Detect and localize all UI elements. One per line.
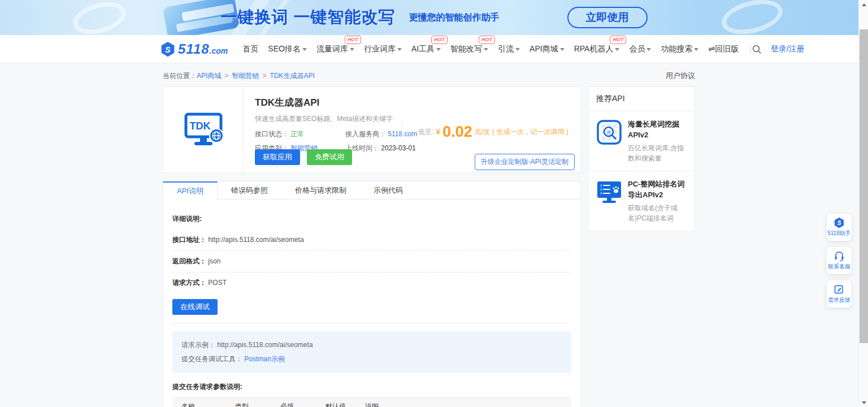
recommended-api-item-ranking-export[interactable]: 123 PC-整网站排名词导出APIv2 获取域名(含子域名)PC端排名词 xyxy=(588,171,695,231)
request-example-box: 请求示例： http://apis.5118.com/ai/seometa 提交… xyxy=(172,331,571,373)
5118-logo-icon: S xyxy=(834,217,845,228)
price-amount: 0.02 xyxy=(442,123,472,141)
hot-badge: HOT xyxy=(345,36,361,44)
postman-example-link[interactable]: Postman示例 xyxy=(244,355,284,363)
get-app-button[interactable]: 获取应用 xyxy=(255,149,300,165)
endpoint-row: 接口地址： http://apis.5118.com/ai/seometa xyxy=(172,230,571,251)
online-debug-button[interactable]: 在线调试 xyxy=(172,299,218,315)
breadcrumb-link-api-store[interactable]: API商城 xyxy=(197,71,221,81)
feedback-edit-icon xyxy=(834,284,845,295)
scrollbar-up-arrow[interactable] xyxy=(859,0,868,9)
tab-sample-code[interactable]: 示例代码 xyxy=(360,181,416,199)
login-register-link[interactable]: 登录/注册 xyxy=(771,44,805,54)
recommended-api-panel: 推荐API 词 词 词 词 词 词 词 词 词 词 xyxy=(588,86,695,231)
request-example-url: http://apis.5118.com/ai/seometa xyxy=(217,341,313,349)
nav-item-seo-ranking[interactable]: SEO排名 xyxy=(268,44,307,54)
tdk-monitor-globe-icon: TDK xyxy=(181,112,225,148)
chevron-down-icon xyxy=(350,48,354,51)
free-trial-button[interactable]: 免费试用 xyxy=(307,149,352,165)
column-header-required: 必填 xyxy=(271,398,316,407)
chevron-down-icon xyxy=(484,48,488,51)
breadcrumb-prefix: 当前位置： xyxy=(163,71,197,81)
nav-item-label: RPA机器人 xyxy=(574,44,614,53)
ranking-monitor-icon: 123 xyxy=(596,180,622,204)
nav-item-label: 首页 xyxy=(242,44,258,53)
column-header-name: 名称 xyxy=(172,398,226,407)
word-mining-magnifier-icon: 词 词 词 词 词 词 词 词 词 词 xyxy=(597,120,622,145)
feedback-float-button[interactable]: 需求反馈 xyxy=(827,280,852,308)
nav-item-label: 智能改写 xyxy=(450,44,482,53)
nav-menu: 首页 SEO排名 流量词库HOT 行业词库 AI工具HOT 智能改写HOT 引流… xyxy=(242,44,752,54)
breadcrumb-link-smart-marketing[interactable]: 智能营销 xyxy=(232,71,259,81)
contact-support-float-button[interactable]: 联系客服 xyxy=(827,247,852,274)
nav-item-label: SEO排名 xyxy=(268,44,301,53)
nav-item-label: 行业词库 xyxy=(364,44,396,53)
site-logo[interactable]: S 5118 .com xyxy=(160,41,228,57)
nav-item-api-store[interactable]: API商城 xyxy=(530,44,565,54)
debug-tool: 提交任务调试工具： Postman示例 xyxy=(181,352,562,366)
nav-item-ai-tools[interactable]: AI工具HOT xyxy=(411,44,441,54)
promo-banner: 一键换词 一键智能改写 更懂您的智能创作助手 立即使用 xyxy=(0,0,868,35)
breadcrumb: 当前位置： API商城 > 智能营销 > TDK生成器API 用户协议 xyxy=(163,71,695,81)
tab-pricing-limits[interactable]: 价格与请求限制 xyxy=(281,181,360,199)
online-date: 上线时间： 2023-03-01 xyxy=(345,144,453,153)
search-icon[interactable] xyxy=(752,44,762,54)
nav-item-membership[interactable]: 会员 xyxy=(629,44,651,54)
product-icon-box: TDK xyxy=(163,87,244,172)
headset-icon xyxy=(834,250,845,262)
detail-section-label: 详细说明: xyxy=(172,209,571,230)
scrollbar-down-arrow[interactable] xyxy=(859,398,868,407)
endpoint-url: http://apis.5118.com/ai/seometa xyxy=(208,236,303,244)
online-date-value: 2023-03-01 xyxy=(381,144,415,152)
assistant-float-button[interactable]: S 5118助手 xyxy=(827,214,852,241)
format-value: json xyxy=(208,257,220,265)
chevron-down-icon xyxy=(560,48,565,51)
page-scrollbar[interactable] xyxy=(858,0,868,407)
5118-logo-icon: S xyxy=(160,41,176,57)
chevron-down-icon xyxy=(302,48,307,51)
nav-item-industry-words[interactable]: 行业词库 xyxy=(364,44,402,54)
column-header-type: 类型 xyxy=(226,398,271,407)
table-header-row: 名称 类型 必填 默认值 说明 xyxy=(172,398,571,407)
user-agreement-link[interactable]: 用户协议 xyxy=(666,71,695,81)
interface-status: 接口状态： 正常 xyxy=(255,129,345,139)
upgrade-enterprise-button[interactable]: 升级企业定制版-API灵活定制 xyxy=(475,154,575,170)
floating-toolbar: S 5118助手 联系客服 需求反馈 xyxy=(827,214,852,308)
logo-suffix: .com xyxy=(210,46,228,55)
nav-item-old-version[interactable]: ⇌回旧版 xyxy=(708,44,739,54)
logo-number: 5118 xyxy=(178,41,210,57)
column-header-description: 说明 xyxy=(356,398,571,407)
nav-item-label: 引流 xyxy=(498,44,514,53)
nav-item-lead-gen[interactable]: 引流 xyxy=(498,44,520,54)
nav-item-traffic-words[interactable]: 流量词库HOT xyxy=(316,44,354,54)
nav-item-rpa-robot[interactable]: RPA机器人HOT xyxy=(574,44,620,54)
chevron-down-icon xyxy=(646,48,651,51)
recommended-api-description: 获取域名(含子域名)PC端排名词 xyxy=(628,203,688,224)
nav-item-label: API商城 xyxy=(530,44,558,53)
nav-item-label: 功能搜索 xyxy=(661,44,692,53)
status-value: 正常 xyxy=(290,130,304,138)
product-title: TDK生成器API xyxy=(255,96,571,109)
nav-item-smart-rewrite[interactable]: 智能改写HOT xyxy=(450,44,488,54)
tab-bar: API说明 错误码参照 价格与请求限制 示例代码 xyxy=(163,181,580,200)
breadcrumb-current[interactable]: TDK生成器API xyxy=(270,71,314,81)
tab-error-codes[interactable]: 错误码参照 xyxy=(218,181,281,199)
banner-cta-button[interactable]: 立即使用 xyxy=(567,7,648,28)
banner-subtitle: 更懂您的智能创作助手 xyxy=(409,12,500,24)
nav-item-label: 会员 xyxy=(629,44,645,53)
recommended-api-item-longtail[interactable]: 词 词 词 词 词 词 词 词 词 词 海量长尾词挖掘APIv2 百亿长尾词库,… xyxy=(588,111,695,171)
swap-icon: ⇌ xyxy=(708,44,715,53)
chevron-down-icon xyxy=(515,48,520,51)
breadcrumb-separator: > xyxy=(262,72,266,80)
hot-badge: HOT xyxy=(610,36,626,44)
hot-badge: HOT xyxy=(479,36,495,44)
nav-item-feature-search[interactable]: 功能搜索 xyxy=(661,44,698,54)
tab-api-description[interactable]: API说明 xyxy=(163,181,218,200)
svg-text:词: 词 xyxy=(606,130,611,135)
nav-item-home[interactable]: 首页 xyxy=(242,44,258,54)
svg-text:S: S xyxy=(837,220,841,226)
breadcrumb-separator: > xyxy=(224,72,228,80)
scrollbar-thumb[interactable] xyxy=(860,29,868,343)
nav-item-label: 回旧版 xyxy=(715,44,739,53)
request-example: 请求示例： http://apis.5118.com/ai/seometa xyxy=(181,338,562,352)
